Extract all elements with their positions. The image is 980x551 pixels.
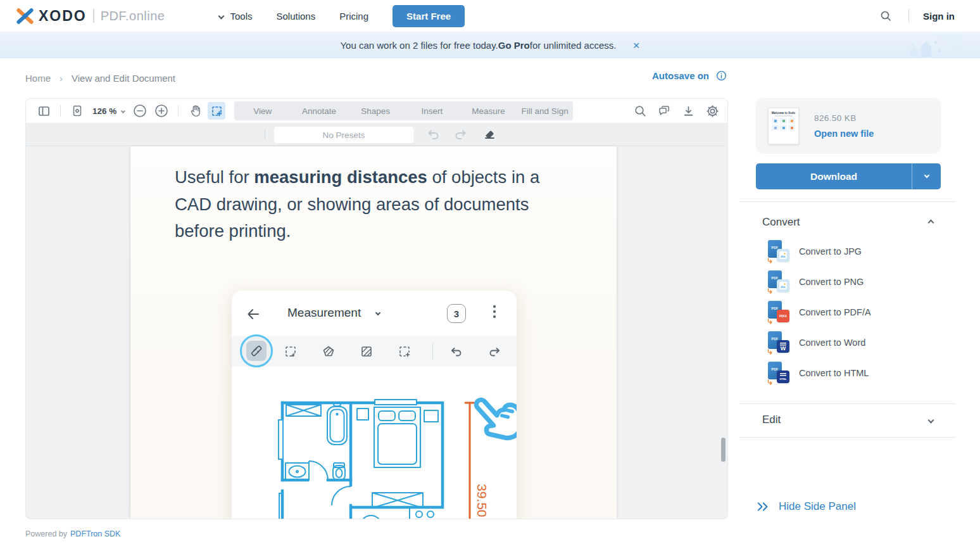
page-settings-button[interactable] — [68, 102, 86, 120]
chevron-down-icon — [924, 173, 929, 178]
mobile-ui-title: Measurement — [287, 306, 380, 320]
presets-toolbar: No Presets — [26, 123, 727, 146]
area-tool-icon — [322, 345, 336, 358]
convert-to-pdfa-item[interactable]: PDF PDFA Convert to PDF/A — [768, 297, 945, 327]
marquee-select-tool-button[interactable] — [208, 102, 225, 120]
viewer-scrollbar-thumb[interactable] — [721, 438, 726, 462]
measurement-value-label: 39.50 f — [475, 484, 489, 519]
convert-item-label: Convert to PDF/A — [799, 307, 871, 317]
active-measure-tool — [240, 334, 273, 367]
convert-to-jpg-item[interactable]: PDF Convert to JPG — [768, 236, 945, 267]
convert-word-icon: PDF W — [768, 331, 789, 354]
convert-to-word-item[interactable]: PDF W Convert to Word — [768, 327, 945, 358]
tab-insert[interactable]: Insert — [404, 106, 460, 116]
banner-suffix: for unlimited access. — [530, 40, 617, 51]
pan-tool-button[interactable] — [186, 102, 204, 120]
file-size: 826.50 KB — [814, 113, 874, 123]
hand-cursor-icon — [467, 384, 517, 448]
convert-arrow-glyph — [767, 319, 773, 324]
autosave-label: Autosave on — [652, 70, 709, 81]
nav-item-pricing[interactable]: Pricing — [339, 11, 368, 22]
thumbnail-icon-grid — [770, 118, 796, 130]
ribbon-tabs: View Annotate Shapes Insert Measure Fill… — [234, 101, 573, 120]
redo-button[interactable] — [451, 125, 469, 143]
toggle-sidebar-button[interactable] — [35, 102, 53, 120]
convert-arrow-glyph — [767, 288, 773, 294]
floor-plan-drawing: 39.50 f — [232, 367, 517, 519]
panel-divider — [739, 403, 956, 404]
chevron-up-icon — [928, 219, 934, 225]
convert-item-label: Convert to PNG — [799, 277, 864, 287]
tab-shapes[interactable]: Shapes — [348, 106, 404, 116]
eraser-button[interactable] — [481, 125, 498, 143]
info-icon[interactable] — [715, 70, 727, 82]
chevron-down-icon — [218, 13, 225, 19]
zoom-out-button[interactable] — [131, 102, 149, 120]
document-area: Useful for measuring distances of object… — [26, 146, 727, 519]
mobile-ui-header: Measurement 3 — [232, 291, 517, 336]
zoom-in-button[interactable] — [153, 102, 170, 120]
download-button[interactable]: Download — [756, 163, 912, 189]
convert-arrow-glyph — [767, 349, 773, 355]
tab-annotate[interactable]: Annotate — [291, 106, 347, 116]
tab-fill-and-sign[interactable]: Fill and Sign — [517, 106, 573, 116]
presets-dropdown[interactable]: No Presets — [274, 127, 413, 143]
tab-measure[interactable]: Measure — [460, 106, 517, 116]
go-pro-link[interactable]: Go Pro — [498, 40, 530, 51]
autosave-status: Autosave on — [652, 70, 727, 82]
rectangle-area-tool-icon — [360, 345, 374, 358]
hide-side-panel-label: Hide Side Panel — [779, 500, 856, 513]
undo-button[interactable] — [425, 125, 443, 143]
convert-item-label: Convert to Word — [799, 338, 865, 348]
download-options-button[interactable] — [912, 163, 941, 189]
convert-arrow-glyph — [767, 379, 773, 385]
breadcrumb-separator-icon: › — [60, 73, 63, 84]
search-document-button[interactable] — [631, 102, 649, 120]
product-name: PDF.online — [101, 9, 165, 23]
image-badge — [777, 279, 789, 292]
comments-button[interactable] — [655, 102, 673, 120]
hide-side-panel-button[interactable]: Hide Side Panel — [757, 500, 856, 513]
chevron-down-icon — [121, 108, 125, 113]
calibrate-tool-icon — [284, 345, 298, 358]
banner-close-icon[interactable]: × — [632, 39, 639, 51]
xodo-logo[interactable]: XODO PDF.online — [16, 8, 165, 25]
banner-message: You can work on 2 files for free today. — [340, 40, 498, 51]
open-new-file-link[interactable]: Open new file — [814, 129, 874, 139]
nav-solutions-label: Solutions — [276, 11, 315, 22]
file-thumbnail: Welcome to Xodo — [768, 108, 799, 144]
brand-divider — [93, 9, 94, 23]
settings-gear-icon[interactable] — [703, 102, 721, 120]
nav-tools-label: Tools — [230, 11, 252, 22]
undo-icon — [449, 345, 463, 358]
pdfa-badge: PDFA — [777, 310, 789, 322]
nav-item-solutions[interactable]: Solutions — [276, 11, 315, 22]
file-card: Welcome to Xodo 826.50 KB Open new file — [756, 98, 941, 154]
convert-html-icon: PDF HTML — [768, 362, 789, 384]
footer: Powered by PDFTron SDK — [25, 529, 120, 538]
edit-section-header[interactable]: Edit — [762, 414, 933, 426]
pdftron-sdk-link[interactable]: PDFTron SDK — [70, 529, 120, 538]
pdf-viewer: 126 % View Annotate Shapes Insert Measur… — [25, 98, 728, 519]
mobile-ui-toolbar — [232, 336, 517, 367]
convert-item-label: Convert to JPG — [799, 246, 862, 256]
zoom-level-value: 126 % — [92, 106, 116, 116]
side-panel: Welcome to Xodo 826.50 KB Open new file … — [739, 0, 980, 551]
convert-jpg-icon: PDF — [768, 240, 789, 263]
tab-view[interactable]: View — [234, 106, 291, 116]
convert-section-header[interactable]: Convert — [762, 216, 933, 229]
nav-links: Tools Solutions Pricing — [219, 11, 368, 22]
breadcrumb-home[interactable]: Home — [25, 73, 51, 84]
paragraph-bold-text: measuring distances — [254, 167, 427, 187]
nav-item-tools[interactable]: Tools — [219, 11, 252, 22]
download-document-button[interactable] — [679, 102, 697, 120]
redo-icon — [487, 345, 501, 358]
convert-to-png-item[interactable]: PDF Convert to PNG — [768, 267, 945, 297]
start-free-button[interactable]: Start Free — [393, 5, 465, 27]
convert-to-html-item[interactable]: PDF HTML Convert to HTML — [768, 358, 945, 388]
page-count-badge: 3 — [447, 304, 466, 323]
convert-png-icon: PDF — [768, 270, 789, 293]
zoom-level-dropdown[interactable]: 126 % — [92, 106, 125, 116]
chevron-down-icon — [375, 310, 380, 315]
ruler-icon — [246, 341, 267, 361]
